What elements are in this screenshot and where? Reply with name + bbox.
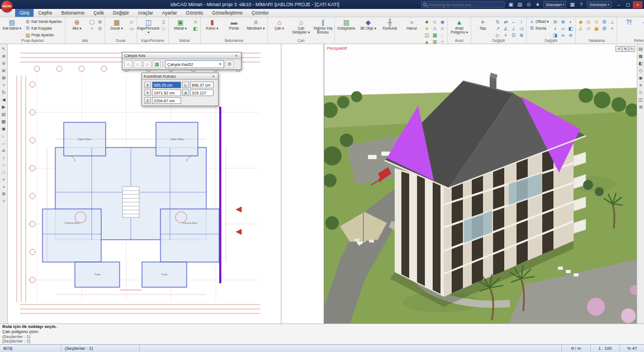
coord-input-l[interactable]	[190, 82, 214, 88]
orbit-button[interactable]: ↻	[1, 89, 7, 96]
catiyla-kes-select[interactable]: Çatıyla Kes52 ▼	[165, 60, 224, 68]
duvar-egri-button[interactable]: ▱	[128, 18, 135, 25]
minimize-button[interactable]: –	[614, 1, 623, 8]
ribbon-button-kapi-pencere[interactable]: ◫Kapı/Pencere ▾	[138, 18, 159, 38]
snap-kesisim-button[interactable]: ⊞	[600, 18, 608, 25]
ribbon-button-yagmur-i-nis-borusu[interactable]: ∥Yağmur İniş Borusu	[312, 18, 333, 38]
dik-button[interactable]: ⊥	[510, 25, 517, 31]
grup-button[interactable]: ◧	[567, 25, 574, 31]
ribbon-button-kat-kopyala[interactable]: ⧉Kat Kopyala	[23, 25, 64, 31]
pencere-button[interactable]: ▯	[160, 18, 167, 25]
ayna-button[interactable]: ⇄	[502, 18, 509, 25]
duvar-poligon-button[interactable]: ▭	[128, 25, 135, 31]
ribbon-button-perde[interactable]: ▬Perde	[224, 18, 244, 38]
snap-uc-button[interactable]: ▣	[593, 25, 600, 31]
esnet-button[interactable]: ↕	[518, 18, 525, 25]
grid-button[interactable]: ▦	[569, 1, 576, 8]
menu-goruntu[interactable]: Görüntü	[182, 9, 208, 17]
ribbon-button-korkuluk[interactable]: ╫Korkuluk	[380, 18, 400, 38]
standart-dropdown[interactable]: Standart▾	[543, 1, 566, 8]
bosluk-button[interactable]: □	[160, 25, 167, 31]
ck2-button[interactable]: ⌂	[134, 60, 142, 68]
ribbon-button-kutuphane[interactable]: ▤Kütüphane	[336, 18, 357, 38]
bahce-button[interactable]: ⊞	[431, 39, 438, 44]
yol-button[interactable]: ◌	[439, 32, 446, 38]
zoom-extents-button[interactable]: ⊠	[1, 74, 7, 81]
ribbon-button-proje-ayarlari[interactable]: ▧Proje Ayarları	[23, 32, 64, 38]
maximize-button[interactable]: ▢	[623, 1, 633, 8]
ribbon-button-kolon[interactable]: ▮Kolon ▾	[202, 18, 222, 38]
kamera-button[interactable]: ◉	[439, 18, 446, 25]
yazi-button[interactable]: A	[431, 25, 438, 31]
isik-button[interactable]: ★	[423, 25, 430, 31]
snap-dik-button[interactable]: ⊥	[608, 18, 615, 25]
dondur-button[interactable]: ↻	[494, 18, 501, 25]
ribbon-button-3b-obje[interactable]: ◆3B Obje ▾	[358, 18, 378, 38]
prev-view-button[interactable]: ◀	[1, 96, 7, 103]
zoom-out-button[interactable]: ⊖	[1, 60, 7, 66]
next-view-button[interactable]: ▶	[1, 103, 7, 110]
aks-cember-button[interactable]: ◯	[88, 18, 96, 25]
ribbon-button-mahal[interactable]: ▣Mahal ▾	[170, 18, 191, 38]
zoom-in-button[interactable]: ⊕	[1, 53, 7, 59]
ribbon-button-merdiven[interactable]: ≡Merdiven ▾	[245, 18, 266, 38]
measure-button[interactable]: ↔	[1, 140, 7, 146]
doku-button[interactable]: ▦	[431, 32, 438, 38]
agac-button[interactable]: ♣	[423, 18, 430, 25]
boya-button[interactable]: ◑	[551, 25, 558, 31]
ortho-button[interactable]: ∟	[1, 132, 7, 139]
rect-button[interactable]: □	[1, 169, 7, 175]
layers2-button[interactable]: ▤	[637, 45, 644, 52]
command-search[interactable]	[421, 1, 505, 8]
ribbon-button-aks[interactable]: ⊕Aks ▾	[67, 18, 87, 38]
insan-button[interactable]: ☺	[431, 18, 438, 25]
gorunum-dropdown[interactable]: Görünüm▾	[587, 1, 612, 8]
menu-betonarme[interactable]: Betonarme	[57, 9, 89, 17]
scale-indicator[interactable]: 1 : 100	[590, 345, 619, 352]
doldur-button[interactable]: ◐	[567, 18, 574, 25]
kopyala2-button[interactable]: ▱	[559, 25, 566, 31]
coord-input-a[interactable]	[190, 89, 214, 96]
cit-button[interactable]: ≡	[439, 25, 446, 31]
unit-indicator[interactable]: tf / m	[561, 345, 590, 352]
star-button[interactable]: ★	[534, 1, 541, 8]
ribbon-button-cati[interactable]: ⌂Çatı ▾	[269, 18, 290, 38]
ribbon-button-havuz[interactable]: ≈Havuz	[401, 18, 422, 38]
ck4-button[interactable]: ▦	[153, 60, 161, 68]
coord-input-y[interactable]	[152, 89, 181, 96]
kes2-button[interactable]: ⊗	[559, 18, 566, 25]
sun-button[interactable]: ★	[637, 82, 644, 88]
ribbon-button-soru-icon[interactable]: ?!	[618, 18, 639, 38]
pin-button[interactable]: ⊙	[525, 1, 532, 8]
save-button[interactable]: ▣	[507, 1, 514, 8]
menu-araclar[interactable]: Araçlar	[134, 9, 158, 17]
ribbon-button-uzaklik[interactable]: ↔Uzaklık ▾	[640, 18, 644, 25]
north-button[interactable]: N	[622, 46, 628, 52]
ayir-button[interactable]: ⊖	[551, 18, 558, 25]
snap-aci-button[interactable]: ∠	[577, 25, 584, 31]
grid2-button[interactable]: ▦	[1, 118, 7, 125]
menu-celik[interactable]: Çelik	[89, 9, 108, 17]
snap-merkez-button[interactable]: ⊙	[593, 18, 600, 25]
mode-indicator[interactable]: BOŞ	[0, 345, 61, 352]
snap-yakin-button[interactable]: ◇	[585, 25, 592, 31]
menu-giris[interactable]: Giriş	[15, 9, 34, 17]
help-button[interactable]: ?	[577, 1, 585, 8]
book-button[interactable]: ▤	[516, 1, 523, 8]
settings-button[interactable]: ⚙	[1, 191, 7, 197]
snap-orta-button[interactable]: ◎	[585, 18, 592, 25]
uzat-button[interactable]: ↔	[510, 18, 517, 25]
coord-input-x[interactable]	[152, 82, 181, 88]
snap-capraz-button[interactable]: ×	[608, 25, 615, 31]
ribbon-button-klonla[interactable]: ⧉Klonla	[528, 25, 550, 31]
menu-ayarlar[interactable]: Ayarlar	[158, 9, 182, 17]
birlestir-button[interactable]: ⊕	[518, 32, 525, 38]
extend-button[interactable]: ▷	[494, 32, 501, 38]
circle-button[interactable]: ○	[1, 161, 7, 168]
zoom-window-button[interactable]: ⊞	[1, 67, 7, 74]
aks-kesisim-button[interactable]: ⊕	[96, 18, 103, 25]
mahal-etiket-button[interactable]: A	[192, 18, 199, 25]
shade-button[interactable]: ◧	[637, 60, 644, 66]
ck3-button[interactable]: ⌂	[143, 60, 151, 68]
ribbon-button-offset[interactable]: ≡Offset ▾	[528, 18, 550, 25]
